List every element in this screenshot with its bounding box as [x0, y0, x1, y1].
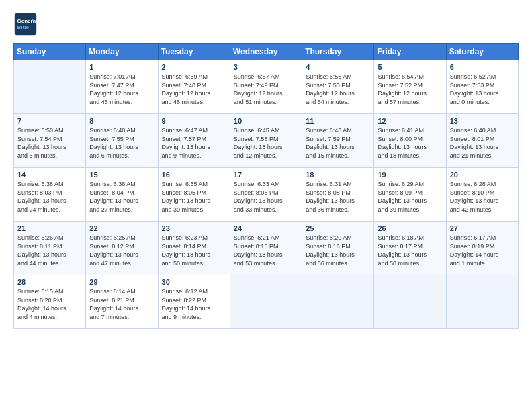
page: General Blue SundayMondayTuesdayWednesda… [0, 0, 532, 336]
day-info: Sunrise: 6:54 AM Sunset: 7:52 PM Dayligh… [378, 73, 442, 106]
day-info: Sunrise: 6:29 AM Sunset: 8:09 PM Dayligh… [378, 180, 442, 214]
day-number: 30 [162, 278, 226, 286]
weekday-header-wednesday: Wednesday [230, 44, 302, 60]
calendar-cell [446, 275, 518, 329]
weekday-header-friday: Friday [374, 44, 446, 60]
day-info: Sunrise: 6:43 AM Sunset: 7:59 PM Dayligh… [306, 126, 370, 160]
calendar-cell: 29Sunrise: 6:14 AM Sunset: 8:21 PM Dayli… [86, 275, 158, 329]
day-number: 28 [17, 278, 82, 286]
day-number: 12 [378, 117, 442, 125]
day-info: Sunrise: 6:31 AM Sunset: 8:08 PM Dayligh… [306, 180, 370, 214]
day-number: 29 [89, 278, 154, 286]
day-number: 23 [162, 224, 226, 232]
day-number: 6 [450, 63, 515, 71]
weekday-header-sunday: Sunday [14, 44, 86, 60]
day-number: 25 [306, 224, 370, 232]
day-info: Sunrise: 6:36 AM Sunset: 8:04 PM Dayligh… [89, 180, 154, 214]
day-number: 24 [234, 224, 298, 232]
calendar-cell: 28Sunrise: 6:15 AM Sunset: 8:20 PM Dayli… [14, 275, 86, 329]
day-info: Sunrise: 6:25 AM Sunset: 8:12 PM Dayligh… [89, 234, 154, 267]
day-info: Sunrise: 6:33 AM Sunset: 8:06 PM Dayligh… [234, 180, 298, 214]
calendar-cell: 6Sunrise: 6:52 AM Sunset: 7:53 PM Daylig… [446, 60, 518, 114]
calendar-cell: 8Sunrise: 6:48 AM Sunset: 7:55 PM Daylig… [86, 114, 158, 168]
day-info: Sunrise: 6:17 AM Sunset: 8:19 PM Dayligh… [450, 234, 515, 267]
day-info: Sunrise: 7:01 AM Sunset: 7:47 PM Dayligh… [89, 73, 154, 106]
day-number: 10 [234, 117, 298, 125]
day-number: 22 [89, 224, 154, 232]
calendar-cell: 23Sunrise: 6:23 AM Sunset: 8:14 PM Dayli… [158, 222, 230, 275]
calendar-cell: 9Sunrise: 6:47 AM Sunset: 7:57 PM Daylig… [158, 114, 230, 168]
day-number: 17 [234, 171, 298, 179]
logo-icon: General Blue [13, 12, 38, 36]
day-info: Sunrise: 6:47 AM Sunset: 7:57 PM Dayligh… [162, 126, 226, 160]
calendar-cell: 20Sunrise: 6:28 AM Sunset: 8:10 PM Dayli… [446, 168, 518, 222]
calendar-cell: 19Sunrise: 6:29 AM Sunset: 8:09 PM Dayli… [374, 168, 446, 222]
calendar-cell [374, 275, 446, 329]
day-info: Sunrise: 6:26 AM Sunset: 8:11 PM Dayligh… [17, 234, 82, 267]
day-info: Sunrise: 6:15 AM Sunset: 8:20 PM Dayligh… [17, 287, 82, 321]
day-info: Sunrise: 6:59 AM Sunset: 7:48 PM Dayligh… [162, 73, 226, 106]
calendar-cell [230, 275, 302, 329]
calendar-cell: 10Sunrise: 6:45 AM Sunset: 7:58 PM Dayli… [230, 114, 302, 168]
day-number: 5 [378, 63, 442, 71]
weekday-header-thursday: Thursday [302, 44, 374, 60]
day-number: 18 [306, 171, 370, 179]
calendar-cell: 25Sunrise: 6:20 AM Sunset: 8:16 PM Dayli… [302, 222, 374, 275]
calendar-week-1: 1Sunrise: 7:01 AM Sunset: 7:47 PM Daylig… [14, 60, 519, 114]
header: General Blue [13, 12, 519, 36]
day-number: 19 [378, 171, 442, 179]
weekday-header-monday: Monday [86, 44, 158, 60]
calendar-cell: 5Sunrise: 6:54 AM Sunset: 7:52 PM Daylig… [374, 60, 446, 114]
day-info: Sunrise: 6:35 AM Sunset: 8:05 PM Dayligh… [162, 180, 226, 214]
weekday-header-saturday: Saturday [446, 44, 518, 60]
day-info: Sunrise: 6:14 AM Sunset: 8:21 PM Dayligh… [89, 287, 154, 321]
calendar-cell: 11Sunrise: 6:43 AM Sunset: 7:59 PM Dayli… [302, 114, 374, 168]
day-info: Sunrise: 6:41 AM Sunset: 8:00 PM Dayligh… [378, 126, 442, 160]
calendar-cell: 27Sunrise: 6:17 AM Sunset: 8:19 PM Dayli… [446, 222, 518, 275]
calendar-cell: 3Sunrise: 6:57 AM Sunset: 7:49 PM Daylig… [230, 60, 302, 114]
weekday-header-tuesday: Tuesday [158, 44, 230, 60]
day-info: Sunrise: 6:18 AM Sunset: 8:17 PM Dayligh… [378, 234, 442, 267]
calendar-cell: 13Sunrise: 6:40 AM Sunset: 8:01 PM Dayli… [446, 114, 518, 168]
calendar-week-2: 7Sunrise: 6:50 AM Sunset: 7:54 PM Daylig… [14, 114, 519, 168]
day-info: Sunrise: 6:40 AM Sunset: 8:01 PM Dayligh… [450, 126, 515, 160]
calendar-week-3: 14Sunrise: 6:38 AM Sunset: 8:03 PM Dayli… [14, 168, 519, 222]
day-number: 4 [306, 63, 370, 71]
calendar-cell: 17Sunrise: 6:33 AM Sunset: 8:06 PM Dayli… [230, 168, 302, 222]
day-number: 3 [234, 63, 298, 71]
day-number: 9 [162, 117, 226, 125]
day-number: 14 [17, 171, 82, 179]
day-info: Sunrise: 6:48 AM Sunset: 7:55 PM Dayligh… [89, 126, 154, 160]
calendar-cell [14, 60, 86, 114]
day-number: 13 [450, 117, 515, 125]
calendar-cell [302, 275, 374, 329]
calendar-table: SundayMondayTuesdayWednesdayThursdayFrid… [13, 43, 519, 329]
calendar-cell: 4Sunrise: 6:56 AM Sunset: 7:50 PM Daylig… [302, 60, 374, 114]
calendar-cell: 7Sunrise: 6:50 AM Sunset: 7:54 PM Daylig… [14, 114, 86, 168]
calendar-cell: 1Sunrise: 7:01 AM Sunset: 7:47 PM Daylig… [86, 60, 158, 114]
day-info: Sunrise: 6:23 AM Sunset: 8:14 PM Dayligh… [162, 234, 226, 267]
day-number: 2 [162, 63, 226, 71]
calendar-cell: 30Sunrise: 6:12 AM Sunset: 8:22 PM Dayli… [158, 275, 230, 329]
calendar-cell: 22Sunrise: 6:25 AM Sunset: 8:12 PM Dayli… [86, 222, 158, 275]
calendar-cell: 21Sunrise: 6:26 AM Sunset: 8:11 PM Dayli… [14, 222, 86, 275]
day-number: 7 [17, 117, 82, 125]
day-number: 21 [17, 224, 82, 232]
calendar-cell: 18Sunrise: 6:31 AM Sunset: 8:08 PM Dayli… [302, 168, 374, 222]
day-number: 8 [89, 117, 154, 125]
calendar-week-4: 21Sunrise: 6:26 AM Sunset: 8:11 PM Dayli… [14, 222, 519, 275]
day-number: 20 [450, 171, 515, 179]
day-info: Sunrise: 6:12 AM Sunset: 8:22 PM Dayligh… [162, 287, 226, 321]
day-number: 1 [89, 63, 154, 71]
day-info: Sunrise: 6:50 AM Sunset: 7:54 PM Dayligh… [17, 126, 82, 160]
calendar-cell: 16Sunrise: 6:35 AM Sunset: 8:05 PM Dayli… [158, 168, 230, 222]
day-info: Sunrise: 6:21 AM Sunset: 8:15 PM Dayligh… [234, 234, 298, 267]
calendar-cell: 12Sunrise: 6:41 AM Sunset: 8:00 PM Dayli… [374, 114, 446, 168]
day-number: 11 [306, 117, 370, 125]
svg-text:Blue: Blue [17, 24, 29, 30]
day-number: 16 [162, 171, 226, 179]
calendar-cell: 14Sunrise: 6:38 AM Sunset: 8:03 PM Dayli… [14, 168, 86, 222]
weekday-header-row: SundayMondayTuesdayWednesdayThursdayFrid… [14, 44, 519, 60]
day-info: Sunrise: 6:38 AM Sunset: 8:03 PM Dayligh… [17, 180, 82, 214]
calendar-cell: 24Sunrise: 6:21 AM Sunset: 8:15 PM Dayli… [230, 222, 302, 275]
